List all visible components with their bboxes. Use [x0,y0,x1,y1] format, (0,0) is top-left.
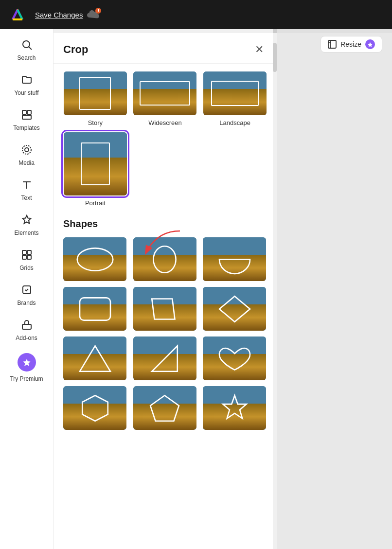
premium-icon [18,353,36,372]
elements-icon [20,213,34,227]
svg-rect-11 [27,250,31,254]
shape-item-parallelogram[interactable] [133,287,196,331]
preset-item-story[interactable]: Story [63,71,127,126]
svg-point-16 [77,248,113,270]
svg-marker-24 [150,395,179,421]
sidebar-item-search[interactable]: Search [0,33,53,66]
templates-icon [20,108,34,122]
resize-premium-icon [365,39,375,49]
sidebar-item-elements[interactable]: Elements [0,208,53,241]
topbar: Save Changes ! [0,0,392,29]
search-icon [20,38,34,52]
main-layout: Search Your stuff Templates [0,29,392,549]
shape-item-rounded-rect[interactable] [63,287,126,331]
shape-item-pentagon[interactable] [133,386,196,430]
sidebar-item-your-stuff[interactable]: Your stuff [0,68,53,101]
svg-point-0 [9,6,26,23]
shape-item-bottom-half[interactable] [203,237,266,281]
svg-rect-13 [27,255,31,259]
shape-item-tall-oval[interactable] [133,237,196,281]
sidebar-item-grids[interactable]: Grids [0,243,53,276]
svg-rect-10 [22,250,26,254]
canva-logo[interactable] [8,5,27,24]
svg-point-17 [154,246,176,273]
shape-item-heart[interactable] [203,336,266,380]
svg-rect-26 [328,40,336,48]
addons-icon [20,318,34,332]
preset-item-portrait[interactable]: Portrait [63,132,127,207]
preset-grid: Story Widescreen Landscape [63,64,267,211]
preset-item-widescreen[interactable]: Widescreen [133,71,197,126]
svg-marker-19 [152,299,175,319]
svg-marker-25 [223,395,246,418]
folder-icon [20,73,34,87]
svg-rect-5 [22,115,31,119]
svg-point-6 [25,148,29,152]
svg-marker-21 [80,346,110,372]
crop-panel-title: Crop [63,43,88,56]
svg-marker-23 [82,395,108,421]
svg-rect-18 [80,298,110,320]
shape-item-right-triangle[interactable] [133,336,196,380]
crop-panel-header: Crop ✕ [53,33,277,64]
crop-panel: Crop ✕ Story [53,29,277,549]
sidebar-item-try-premium[interactable]: Try Premium [0,348,53,387]
svg-marker-20 [219,296,250,322]
shape-item-wide-oval[interactable] [63,237,126,281]
close-button[interactable]: ✕ [251,42,267,57]
cloud-save-icon: ! [87,10,99,19]
sidebar-item-add-ons[interactable]: Add-ons [0,313,53,346]
grids-icon [20,248,34,262]
svg-line-2 [29,47,32,50]
sidebar-item-text[interactable]: Text [0,173,53,206]
svg-rect-4 [27,110,31,114]
shape-item-diamond[interactable] [203,287,266,331]
cloud-badge: ! [95,8,101,14]
text-icon [20,178,34,192]
shape-item-hexagon[interactable] [63,386,126,430]
preset-item-landscape[interactable]: Landscape [203,71,267,126]
sidebar-item-media[interactable]: Media [0,138,53,171]
save-changes-button[interactable]: Save Changes ! [35,10,99,19]
crop-scroll-area[interactable]: Story Widescreen Landscape [53,64,277,549]
svg-rect-3 [22,110,26,114]
svg-marker-22 [152,346,178,372]
widescreen-thumb [133,71,196,115]
landscape-thumb [203,71,267,115]
sidebar: Search Your stuff Templates [0,29,53,549]
panel-scrollbar[interactable] [273,33,277,549]
resize-button[interactable]: Resize [321,36,382,53]
brands-icon [20,283,34,297]
shape-item-star[interactable] [203,386,266,430]
shapes-grid [63,233,267,434]
media-icon [20,143,34,157]
svg-point-1 [23,41,30,48]
svg-rect-15 [22,324,31,329]
portrait-thumb [64,132,127,195]
svg-rect-12 [22,255,26,259]
canvas-area: Resize [277,29,392,549]
svg-point-7 [22,145,31,154]
sidebar-item-templates[interactable]: Templates [0,103,53,136]
shapes-section-title: Shapes [63,218,267,230]
story-thumb [64,71,127,115]
shape-item-triangle[interactable] [63,336,126,380]
sidebar-item-brands[interactable]: Brands [0,278,53,311]
